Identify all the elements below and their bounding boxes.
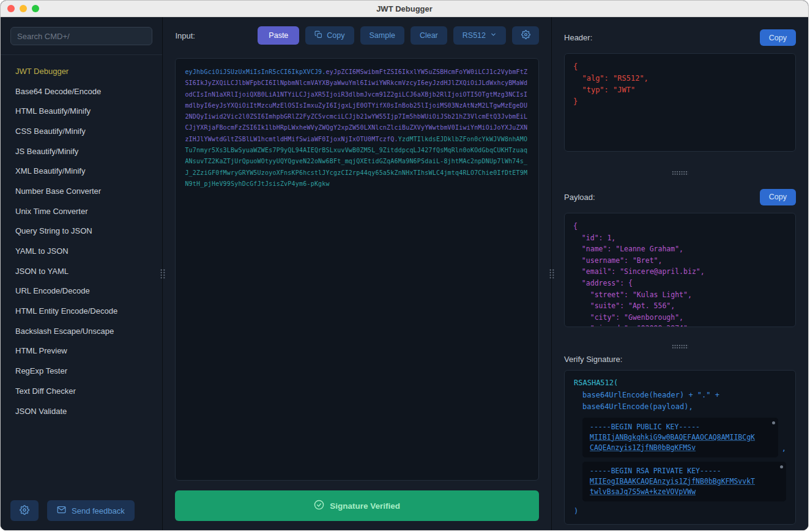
sidebar-item-css-beautify-minify[interactable]: CSS Beautify/Minify bbox=[1, 121, 162, 141]
verify-signature-code: RSASHA512( base64UrlEncode(header) + "."… bbox=[564, 370, 796, 525]
copy-input-label: Copy bbox=[327, 31, 344, 40]
copy-icon bbox=[314, 31, 322, 40]
window-title: JWT Debugger bbox=[1, 4, 808, 13]
copy-input-button[interactable]: Copy bbox=[305, 26, 354, 45]
sidebar-item-base64-decode-encode[interactable]: Base64 Decode/Encode bbox=[1, 81, 162, 102]
signature-verified-button[interactable]: Signature Verified bbox=[175, 490, 539, 521]
jwt-token-payload-segment: eyJpZCI6MSwibmFtZSI6IkxlYW5uZSBHcmFoYW0i… bbox=[185, 68, 527, 142]
sidebar-search-container bbox=[1, 17, 162, 55]
algorithm-select[interactable]: RS512 bbox=[453, 26, 506, 45]
verify-section-head: Verify Signature: bbox=[552, 350, 808, 364]
jwt-settings-button[interactable] bbox=[512, 26, 539, 45]
gear-icon bbox=[20, 505, 29, 517]
header-section: Header: Copy { "alg": "RS512", "typ": "J… bbox=[552, 17, 808, 170]
main-right-divider bbox=[551, 17, 552, 531]
decoded-panel: Header: Copy { "alg": "RS512", "typ": "J… bbox=[552, 17, 808, 531]
sidebar-item-html-beautify-minify[interactable]: HTML Beautify/Minify bbox=[1, 101, 162, 121]
public-key-body: MIIBIjANBgkqhkiG9w0BAQEFAAOCAQ8AMIIBCgK … bbox=[590, 433, 755, 452]
verify-encode-payload-line: base64UrlEncode(payload), bbox=[574, 401, 786, 413]
zoom-window-button[interactable] bbox=[32, 5, 39, 12]
send-feedback-label: Send feedback bbox=[72, 506, 125, 515]
sidebar-item-xml-beautify-minify[interactable]: XML Beautify/Minify bbox=[1, 161, 162, 181]
sample-button[interactable]: Sample bbox=[360, 26, 404, 45]
gear-icon bbox=[521, 30, 530, 41]
sidebar: JWT Debugger Base64 Decode/Encode HTML B… bbox=[1, 17, 162, 531]
sidebar-footer: Send feedback bbox=[1, 500, 162, 531]
private-key-row: -----BEGIN RSA PRIVATE KEY-----MIIEogIBA… bbox=[574, 462, 786, 501]
header-json-code: { "alg": "RS512", "typ": "JWT" } bbox=[564, 53, 796, 152]
payload-verify-resize-handle[interactable] bbox=[672, 344, 688, 349]
mail-icon bbox=[57, 505, 66, 516]
sidebar-divider bbox=[162, 17, 163, 531]
payload-verify-separator bbox=[552, 343, 808, 350]
verify-encode-header-line: base64UrlEncode(header) + "." + bbox=[574, 390, 786, 402]
private-key-textarea[interactable]: -----BEGIN RSA PRIVATE KEY-----MIIEogIBA… bbox=[582, 462, 786, 501]
payload-section-title: Payload: bbox=[564, 193, 595, 202]
verify-section-title: Verify Signature: bbox=[564, 355, 622, 364]
input-toolbar: Input: Paste Copy Sample Clear RS512 bbox=[175, 26, 539, 45]
jwt-token-signature-segment: YzdMTIlkdsEJDklbZFon0cYkWJVW8nhAMOTu7nmy… bbox=[185, 136, 527, 187]
panel-resize-handle[interactable] bbox=[549, 269, 554, 279]
key-separator-comma: , bbox=[782, 443, 786, 457]
close-window-button[interactable] bbox=[7, 5, 15, 12]
sidebar-item-json-to-yaml[interactable]: JSON to YAML bbox=[1, 261, 162, 281]
sidebar-item-number-base-converter[interactable]: Number Base Converter bbox=[1, 181, 162, 201]
payload-section-head: Payload: Copy bbox=[552, 177, 808, 205]
traffic-lights bbox=[1, 5, 39, 12]
payload-json-code: { "id": 1, "name": "Leanne Graham", "use… bbox=[564, 213, 796, 327]
sidebar-item-unix-time-converter[interactable]: Unix Time Converter bbox=[1, 201, 162, 221]
title-bar: JWT Debugger bbox=[1, 1, 808, 17]
paste-button[interactable]: Paste bbox=[258, 26, 299, 45]
tool-list: JWT Debugger Base64 Decode/Encode HTML B… bbox=[1, 55, 162, 500]
signature-verified-label: Signature Verified bbox=[330, 501, 400, 511]
public-key-row: -----BEGIN PUBLIC KEY-----MIIBIjANBgkqhk… bbox=[574, 418, 786, 457]
clear-button[interactable]: Clear bbox=[411, 26, 447, 45]
sidebar-resize-handle[interactable] bbox=[160, 269, 165, 279]
app-window: JWT Debugger JWT Debugger Base64 Decode/… bbox=[0, 0, 809, 531]
header-payload-resize-handle[interactable] bbox=[672, 171, 688, 175]
sidebar-item-backslash-escape-unscape[interactable]: Backslash Escape/Unscape bbox=[1, 321, 162, 341]
header-section-head: Header: Copy bbox=[552, 17, 808, 46]
private-key-body: MIIEogIBAAKCAQEAnzyis1ZjfNB0bBgKFMSvvkT … bbox=[590, 477, 755, 496]
public-key-scrollbar-thumb[interactable] bbox=[772, 421, 775, 424]
sidebar-item-js-beautify-minify[interactable]: JS Beautify/Minify bbox=[1, 141, 162, 161]
search-input[interactable] bbox=[10, 27, 152, 45]
jwt-token-input[interactable]: eyJhbGciOiJSUzUxMiIsInR5cCI6IkpXVCJ9.eyJ… bbox=[175, 58, 539, 481]
copy-header-button[interactable]: Copy bbox=[760, 29, 796, 46]
sidebar-item-query-string-to-json[interactable]: Query String to JSON bbox=[1, 221, 162, 242]
public-key-textarea[interactable]: -----BEGIN PUBLIC KEY-----MIIBIjANBgkqhk… bbox=[582, 418, 778, 457]
sidebar-item-html-preview[interactable]: HTML Preview bbox=[1, 341, 162, 361]
verify-closing-paren: ) bbox=[574, 506, 786, 518]
input-label: Input: bbox=[175, 31, 195, 40]
sidebar-item-regexp-tester[interactable]: RegExp Tester bbox=[1, 361, 162, 381]
window-content: JWT Debugger Base64 Decode/Encode HTML B… bbox=[1, 17, 808, 531]
chevron-down-icon bbox=[490, 31, 497, 40]
verify-algorithm-line: RSASHA512( bbox=[574, 377, 786, 390]
send-feedback-button[interactable]: Send feedback bbox=[47, 500, 135, 521]
minimize-window-button[interactable] bbox=[20, 5, 27, 12]
sidebar-item-text-diff-checker[interactable]: Text Diff Checker bbox=[1, 381, 162, 401]
input-toolbar-buttons: Paste Copy Sample Clear RS512 bbox=[258, 26, 539, 45]
private-key-begin-line: -----BEGIN RSA PRIVATE KEY----- bbox=[590, 467, 721, 475]
header-payload-separator bbox=[552, 170, 808, 177]
jwt-token-text: eyJhbGciOiJSUzUxMiIsInR5cCI6IkpXVCJ9.eyJ… bbox=[185, 67, 529, 190]
check-circle-icon bbox=[314, 500, 324, 512]
private-key-scrollbar-thumb[interactable] bbox=[780, 465, 783, 468]
settings-button[interactable] bbox=[10, 500, 39, 521]
header-section-title: Header: bbox=[564, 33, 592, 42]
sidebar-item-json-validate[interactable]: JSON Validate bbox=[1, 401, 162, 421]
sidebar-item-jwt-debugger[interactable]: JWT Debugger bbox=[1, 61, 162, 81]
copy-payload-button[interactable]: Copy bbox=[760, 189, 796, 205]
algorithm-value: RS512 bbox=[463, 31, 486, 40]
public-key-begin-line: -----BEGIN PUBLIC KEY----- bbox=[590, 423, 700, 431]
sidebar-item-url-encode-decode[interactable]: URL Encode/Decode bbox=[1, 281, 162, 301]
payload-section: Payload: Copy { "id": 1, "name": "Leanne… bbox=[552, 177, 808, 343]
input-panel: Input: Paste Copy Sample Clear RS512 bbox=[163, 17, 551, 531]
jwt-token-header-segment: eyJhbGciOiJSUzUxMiIsInR5cCI6IkpXVCJ9 bbox=[185, 68, 322, 75]
sidebar-item-html-entity-encode-decode[interactable]: HTML Entity Encode/Decode bbox=[1, 301, 162, 321]
sidebar-item-yaml-to-json[interactable]: YAML to JSON bbox=[1, 241, 162, 261]
verify-signature-section: Verify Signature: RSASHA512( base64UrlEn… bbox=[552, 350, 808, 531]
